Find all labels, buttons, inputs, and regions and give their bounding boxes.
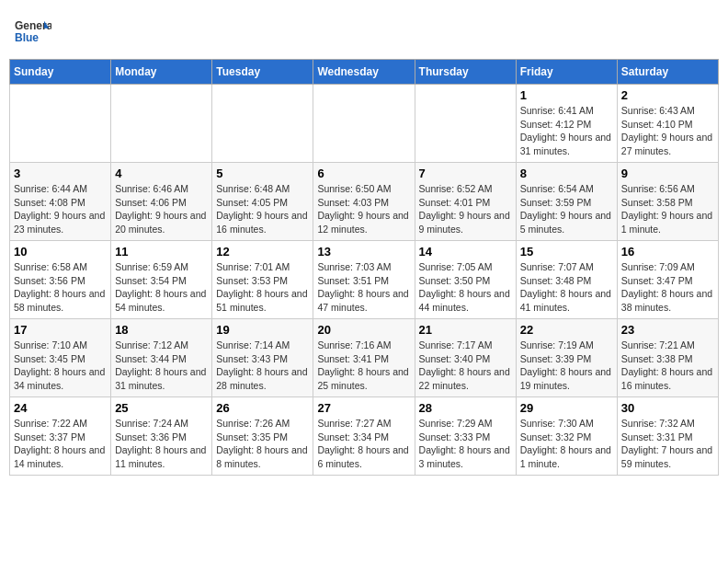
calendar-cell: 13Sunrise: 7:03 AM Sunset: 3:51 PM Dayli… xyxy=(313,241,415,319)
day-info: Sunrise: 7:01 AM Sunset: 3:53 PM Dayligh… xyxy=(216,260,309,315)
calendar-cell: 20Sunrise: 7:16 AM Sunset: 3:41 PM Dayli… xyxy=(313,319,415,397)
calendar-cell: 18Sunrise: 7:12 AM Sunset: 3:44 PM Dayli… xyxy=(111,319,212,397)
day-number: 2 xyxy=(621,88,714,102)
day-info: Sunrise: 7:05 AM Sunset: 3:50 PM Dayligh… xyxy=(419,260,512,315)
calendar-cell: 1Sunrise: 6:41 AM Sunset: 4:12 PM Daylig… xyxy=(516,85,617,163)
day-info: Sunrise: 7:32 AM Sunset: 3:31 PM Dayligh… xyxy=(621,417,714,471)
day-info: Sunrise: 6:54 AM Sunset: 3:59 PM Dayligh… xyxy=(520,182,613,236)
day-number: 26 xyxy=(216,401,309,415)
day-number: 25 xyxy=(115,401,208,415)
calendar-cell: 26Sunrise: 7:26 AM Sunset: 3:35 PM Dayli… xyxy=(212,397,313,476)
calendar-cell: 27Sunrise: 7:27 AM Sunset: 3:34 PM Dayli… xyxy=(313,397,415,476)
day-header-tuesday: Tuesday xyxy=(212,60,313,85)
day-info: Sunrise: 6:58 AM Sunset: 3:56 PM Dayligh… xyxy=(14,260,107,315)
calendar-cell: 5Sunrise: 6:48 AM Sunset: 4:05 PM Daylig… xyxy=(212,163,313,241)
calendar-table: SundayMondayTuesdayWednesdayThursdayFrid… xyxy=(9,59,719,476)
calendar-cell: 15Sunrise: 7:07 AM Sunset: 3:48 PM Dayli… xyxy=(516,241,617,319)
calendar-cell: 16Sunrise: 7:09 AM Sunset: 3:47 PM Dayli… xyxy=(617,241,718,319)
day-info: Sunrise: 7:30 AM Sunset: 3:32 PM Dayligh… xyxy=(520,417,613,471)
day-info: Sunrise: 7:26 AM Sunset: 3:35 PM Dayligh… xyxy=(216,417,309,471)
calendar-week-row: 1Sunrise: 6:41 AM Sunset: 4:12 PM Daylig… xyxy=(10,85,719,163)
day-number: 8 xyxy=(520,167,613,180)
day-info: Sunrise: 6:41 AM Sunset: 4:12 PM Dayligh… xyxy=(520,104,613,158)
logo: General Blue xyxy=(15,13,51,50)
day-info: Sunrise: 6:50 AM Sunset: 4:03 PM Dayligh… xyxy=(317,182,410,236)
day-header-thursday: Thursday xyxy=(415,60,516,85)
calendar-cell: 10Sunrise: 6:58 AM Sunset: 3:56 PM Dayli… xyxy=(10,241,111,319)
day-info: Sunrise: 7:22 AM Sunset: 3:37 PM Dayligh… xyxy=(14,417,107,471)
day-info: Sunrise: 7:27 AM Sunset: 3:34 PM Dayligh… xyxy=(317,417,410,471)
calendar-cell: 11Sunrise: 6:59 AM Sunset: 3:54 PM Dayli… xyxy=(111,241,212,319)
calendar-cell xyxy=(111,85,212,163)
day-info: Sunrise: 6:44 AM Sunset: 4:08 PM Dayligh… xyxy=(14,182,107,236)
svg-text:Blue: Blue xyxy=(15,31,39,44)
calendar-cell: 4Sunrise: 6:46 AM Sunset: 4:06 PM Daylig… xyxy=(111,163,212,241)
day-info: Sunrise: 7:16 AM Sunset: 3:41 PM Dayligh… xyxy=(317,339,410,393)
day-number: 27 xyxy=(317,401,410,415)
day-number: 13 xyxy=(317,245,410,259)
logo-icon: General Blue xyxy=(15,13,51,50)
day-info: Sunrise: 6:52 AM Sunset: 4:01 PM Dayligh… xyxy=(419,182,512,236)
day-number: 5 xyxy=(216,167,309,180)
calendar-cell xyxy=(313,85,415,163)
calendar-cell: 12Sunrise: 7:01 AM Sunset: 3:53 PM Dayli… xyxy=(212,241,313,319)
day-header-friday: Friday xyxy=(516,60,617,85)
day-info: Sunrise: 7:10 AM Sunset: 3:45 PM Dayligh… xyxy=(14,339,107,393)
calendar-cell: 17Sunrise: 7:10 AM Sunset: 3:45 PM Dayli… xyxy=(10,319,111,397)
calendar-body: 1Sunrise: 6:41 AM Sunset: 4:12 PM Daylig… xyxy=(10,85,719,476)
calendar-cell: 19Sunrise: 7:14 AM Sunset: 3:43 PM Dayli… xyxy=(212,319,313,397)
day-number: 16 xyxy=(621,245,714,259)
calendar-cell: 9Sunrise: 6:56 AM Sunset: 3:58 PM Daylig… xyxy=(617,163,718,241)
calendar-cell: 3Sunrise: 6:44 AM Sunset: 4:08 PM Daylig… xyxy=(10,163,111,241)
day-number: 22 xyxy=(520,323,613,337)
day-header-wednesday: Wednesday xyxy=(313,60,415,85)
calendar-cell: 23Sunrise: 7:21 AM Sunset: 3:38 PM Dayli… xyxy=(617,319,718,397)
day-info: Sunrise: 7:12 AM Sunset: 3:44 PM Dayligh… xyxy=(115,339,208,393)
day-number: 9 xyxy=(621,167,714,180)
day-number: 3 xyxy=(14,167,107,180)
day-number: 29 xyxy=(520,401,613,415)
day-number: 21 xyxy=(419,323,512,337)
calendar-cell: 28Sunrise: 7:29 AM Sunset: 3:33 PM Dayli… xyxy=(415,397,516,476)
calendar-cell: 22Sunrise: 7:19 AM Sunset: 3:39 PM Dayli… xyxy=(516,319,617,397)
day-number: 15 xyxy=(520,245,613,259)
day-number: 20 xyxy=(317,323,410,337)
calendar-week-row: 3Sunrise: 6:44 AM Sunset: 4:08 PM Daylig… xyxy=(10,163,719,241)
day-number: 10 xyxy=(14,245,107,259)
day-number: 24 xyxy=(14,401,107,415)
calendar-cell: 14Sunrise: 7:05 AM Sunset: 3:50 PM Dayli… xyxy=(415,241,516,319)
day-info: Sunrise: 7:24 AM Sunset: 3:36 PM Dayligh… xyxy=(115,417,208,471)
day-info: Sunrise: 7:14 AM Sunset: 3:43 PM Dayligh… xyxy=(216,339,309,393)
day-number: 7 xyxy=(419,167,512,180)
calendar-cell: 2Sunrise: 6:43 AM Sunset: 4:10 PM Daylig… xyxy=(617,85,718,163)
day-info: Sunrise: 6:48 AM Sunset: 4:05 PM Dayligh… xyxy=(216,182,309,236)
calendar-cell: 29Sunrise: 7:30 AM Sunset: 3:32 PM Dayli… xyxy=(516,397,617,476)
day-info: Sunrise: 7:21 AM Sunset: 3:38 PM Dayligh… xyxy=(621,339,714,393)
calendar-cell: 30Sunrise: 7:32 AM Sunset: 3:31 PM Dayli… xyxy=(617,397,718,476)
day-header-sunday: Sunday xyxy=(10,60,111,85)
day-number: 1 xyxy=(520,88,613,102)
day-number: 12 xyxy=(216,245,309,259)
calendar-cell: 6Sunrise: 6:50 AM Sunset: 4:03 PM Daylig… xyxy=(313,163,415,241)
calendar-cell xyxy=(212,85,313,163)
day-number: 17 xyxy=(14,323,107,337)
calendar-cell xyxy=(415,85,516,163)
day-number: 30 xyxy=(621,401,714,415)
day-header-monday: Monday xyxy=(111,60,212,85)
calendar-week-row: 10Sunrise: 6:58 AM Sunset: 3:56 PM Dayli… xyxy=(10,241,719,319)
day-info: Sunrise: 7:09 AM Sunset: 3:47 PM Dayligh… xyxy=(621,260,714,315)
day-info: Sunrise: 7:07 AM Sunset: 3:48 PM Dayligh… xyxy=(520,260,613,315)
calendar-header-row: SundayMondayTuesdayWednesdayThursdayFrid… xyxy=(10,60,719,85)
day-number: 6 xyxy=(317,167,410,180)
calendar-cell: 24Sunrise: 7:22 AM Sunset: 3:37 PM Dayli… xyxy=(10,397,111,476)
day-info: Sunrise: 7:29 AM Sunset: 3:33 PM Dayligh… xyxy=(419,417,512,471)
day-header-saturday: Saturday xyxy=(617,60,718,85)
day-number: 14 xyxy=(419,245,512,259)
day-number: 11 xyxy=(115,245,208,259)
calendar-cell: 21Sunrise: 7:17 AM Sunset: 3:40 PM Dayli… xyxy=(415,319,516,397)
calendar-cell: 8Sunrise: 6:54 AM Sunset: 3:59 PM Daylig… xyxy=(516,163,617,241)
day-number: 18 xyxy=(115,323,208,337)
day-number: 23 xyxy=(621,323,714,337)
day-info: Sunrise: 6:59 AM Sunset: 3:54 PM Dayligh… xyxy=(115,260,208,315)
day-info: Sunrise: 7:19 AM Sunset: 3:39 PM Dayligh… xyxy=(520,339,613,393)
